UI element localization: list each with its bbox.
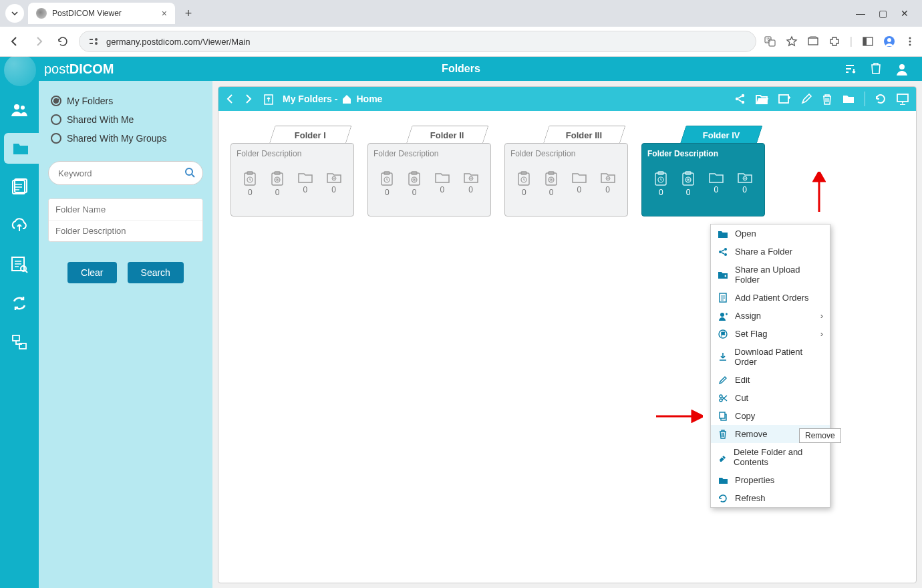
- context-menu-item[interactable]: Copy: [711, 407, 830, 425]
- rail-worklist[interactable]: [4, 249, 35, 280]
- presentation-icon[interactable]: [896, 93, 909, 105]
- close-window-button[interactable]: ✕: [901, 8, 909, 19]
- url-input[interactable]: germany.postdicom.com/Viewer/Main: [79, 31, 756, 52]
- sort-icon[interactable]: [843, 62, 857, 76]
- svg-point-17: [21, 106, 25, 110]
- page-title: Folders: [442, 63, 480, 75]
- url-text: germany.postdicom.com/Viewer/Main: [106, 37, 251, 47]
- back-button[interactable]: [7, 33, 23, 49]
- reload-button[interactable]: [55, 33, 71, 49]
- rail-users[interactable]: [4, 94, 35, 125]
- forward-button[interactable]: [31, 33, 47, 49]
- folder-card[interactable]: Folder III Folder Description 0000: [504, 123, 628, 216]
- context-menu-item[interactable]: Share a Folder: [711, 243, 830, 261]
- user-icon[interactable]: [895, 62, 909, 76]
- clear-button[interactable]: Clear: [67, 262, 116, 283]
- rail-sync[interactable]: [4, 288, 35, 319]
- app-header: postDICOM Folders: [0, 57, 922, 81]
- menu-icon[interactable]: [905, 36, 915, 47]
- context-menu-item[interactable]: Open: [711, 225, 830, 243]
- context-menu-item[interactable]: Share an Upload Folder: [711, 261, 830, 289]
- folder-stat: 0: [379, 170, 394, 197]
- annotation-arrow-1: [812, 172, 826, 212]
- radio-my-folders[interactable]: My Folders: [48, 92, 203, 110]
- breadcrumb-home[interactable]: Home: [356, 94, 382, 104]
- recycle-bin-icon[interactable]: [870, 62, 882, 76]
- folder-name-input[interactable]: [49, 199, 202, 220]
- context-menu-item[interactable]: Set Flag›: [711, 325, 830, 343]
- maximize-button[interactable]: ▢: [879, 8, 887, 19]
- context-menu-item[interactable]: Edit: [711, 371, 830, 389]
- context-menu: OpenShare a FolderShare an Upload Folder…: [710, 224, 830, 508]
- delete-trash-icon[interactable]: [822, 93, 832, 105]
- context-menu-item[interactable]: Cut: [711, 389, 830, 407]
- edit-pencil-icon[interactable]: [800, 93, 812, 105]
- new-folder-icon[interactable]: [778, 93, 791, 105]
- address-bar: germany.postdicom.com/Viewer/Main 文 |: [0, 27, 922, 56]
- context-menu-item[interactable]: Add Patient Orders: [711, 289, 830, 307]
- nav-back-icon[interactable]: [225, 93, 235, 105]
- folder-description: Folder Description: [237, 149, 348, 158]
- breadcrumb: My Folders - Home: [283, 94, 382, 104]
- svg-point-14: [909, 44, 911, 46]
- svg-point-26: [736, 98, 738, 100]
- context-menu-item[interactable]: Assign›: [711, 307, 830, 325]
- radio-label: Shared With My Groups: [67, 133, 166, 144]
- folder-description-input[interactable]: [49, 220, 202, 241]
- search-button[interactable]: Search: [128, 262, 184, 283]
- nav-forward-icon[interactable]: [244, 93, 253, 105]
- share-icon[interactable]: [734, 93, 746, 105]
- nav-up-icon[interactable]: [263, 93, 275, 105]
- left-rail: [0, 57, 39, 588]
- svg-rect-0: [90, 39, 93, 40]
- folder-card[interactable]: Folder I Folder Description 0000: [230, 123, 354, 216]
- side-panel-icon[interactable]: [862, 35, 874, 47]
- tab-list-dropdown[interactable]: [5, 4, 24, 23]
- folder-stat: 0: [681, 170, 696, 197]
- folder-description: Folder Description: [510, 149, 622, 158]
- browser-tab[interactable]: PostDICOM Viewer ×: [28, 3, 175, 24]
- folder-card[interactable]: Folder IV Folder Description 0000: [641, 123, 765, 216]
- folder-stat: 0: [737, 170, 753, 197]
- tooltip: Remove: [799, 428, 841, 443]
- window-controls: — ▢ ✕: [856, 8, 917, 19]
- refresh-icon[interactable]: [875, 93, 887, 105]
- context-menu-item[interactable]: Refresh: [711, 489, 830, 507]
- svg-point-12: [909, 37, 911, 39]
- radio-shared-with-groups[interactable]: Shared With My Groups: [48, 129, 203, 148]
- svg-point-59: [719, 251, 722, 253]
- svg-text:文: 文: [766, 37, 771, 42]
- svg-point-3: [95, 42, 98, 45]
- minimize-button[interactable]: —: [856, 8, 865, 19]
- rail-folders[interactable]: [4, 133, 43, 164]
- folder-card[interactable]: Folder II Folder Description 0000: [367, 123, 491, 216]
- folder-body: Folder Description 0000: [367, 143, 491, 216]
- search-icon[interactable]: [184, 167, 195, 178]
- tab-close-button[interactable]: ×: [162, 8, 167, 19]
- profile-icon[interactable]: [883, 35, 895, 47]
- folder-body: Folder Description 0000: [504, 143, 628, 216]
- bookmark-star-icon[interactable]: [786, 35, 798, 47]
- rail-upload[interactable]: [4, 210, 35, 241]
- extensions-icon[interactable]: [828, 35, 840, 47]
- context-menu-label: Delete Folder and Contents: [734, 447, 823, 467]
- translate-icon[interactable]: 文: [764, 35, 776, 47]
- folder-nav-icon[interactable]: [842, 94, 855, 104]
- keyword-search-input[interactable]: [48, 161, 203, 185]
- context-menu-item[interactable]: Download Patient Order: [711, 343, 830, 371]
- rail-studies[interactable]: [4, 172, 35, 202]
- svg-rect-22: [13, 335, 19, 341]
- toolbar-icon-1[interactable]: [807, 35, 819, 47]
- context-menu-item[interactable]: Properties: [711, 471, 830, 489]
- folder-body: Folder Description 0000: [230, 143, 354, 216]
- radio-shared-with-me[interactable]: Shared With Me: [48, 110, 203, 129]
- context-menu-label: Share an Upload Folder: [735, 265, 823, 285]
- rail-network[interactable]: [4, 327, 35, 357]
- folder-body: Folder Description 0000: [641, 143, 765, 216]
- folder-stat: 0: [463, 170, 479, 197]
- open-folder-icon[interactable]: [755, 93, 768, 105]
- folder-solid-icon: [718, 476, 728, 484]
- folder-description: Folder Description: [647, 149, 759, 158]
- new-tab-button[interactable]: +: [179, 4, 198, 23]
- context-menu-item[interactable]: Delete Folder and Contents: [711, 443, 830, 471]
